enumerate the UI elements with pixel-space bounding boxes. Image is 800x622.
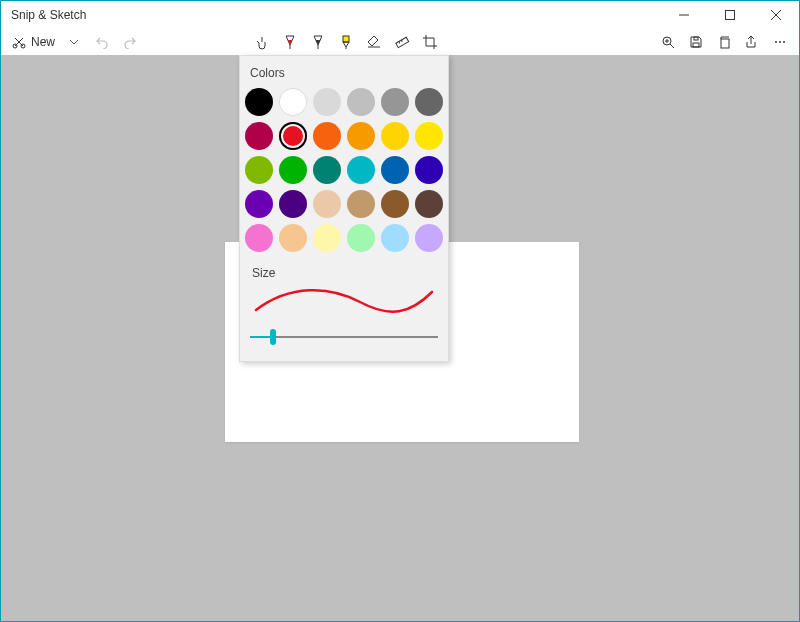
color-swatch[interactable] bbox=[415, 224, 443, 252]
new-snip-button[interactable]: New bbox=[7, 29, 59, 55]
svg-point-30 bbox=[779, 41, 781, 43]
undo-button[interactable] bbox=[89, 29, 115, 55]
title-bar: Snip & Sketch bbox=[1, 1, 799, 29]
toolbar: New bbox=[1, 29, 799, 55]
crop-button[interactable] bbox=[417, 29, 443, 55]
size-heading: Size bbox=[252, 266, 438, 280]
copy-button[interactable] bbox=[711, 29, 737, 55]
touch-writing-button[interactable] bbox=[249, 29, 275, 55]
color-swatch[interactable] bbox=[279, 88, 307, 116]
svg-line-22 bbox=[670, 44, 674, 48]
color-swatch[interactable] bbox=[279, 156, 307, 184]
color-swatch[interactable] bbox=[245, 88, 273, 116]
color-swatch[interactable] bbox=[245, 122, 273, 150]
eraser-icon bbox=[366, 35, 382, 49]
new-label: New bbox=[31, 35, 55, 49]
zoom-icon bbox=[661, 35, 675, 49]
workspace: Colors Size bbox=[1, 55, 799, 621]
pencil-button[interactable] bbox=[305, 29, 331, 55]
color-swatch[interactable] bbox=[347, 190, 375, 218]
maximize-button[interactable] bbox=[707, 1, 753, 29]
snip-icon bbox=[11, 34, 27, 50]
color-swatch[interactable] bbox=[415, 156, 443, 184]
zoom-button[interactable] bbox=[655, 29, 681, 55]
stroke-preview bbox=[250, 284, 438, 316]
color-swatch[interactable] bbox=[313, 190, 341, 218]
color-swatch[interactable] bbox=[347, 156, 375, 184]
window-title: Snip & Sketch bbox=[11, 8, 86, 22]
ruler-icon bbox=[394, 34, 410, 50]
color-swatch[interactable] bbox=[415, 122, 443, 150]
color-swatch-grid bbox=[250, 88, 438, 252]
ballpoint-pen-button[interactable] bbox=[277, 29, 303, 55]
color-swatch[interactable] bbox=[279, 224, 307, 252]
color-swatch[interactable] bbox=[381, 224, 409, 252]
color-swatch[interactable] bbox=[381, 156, 409, 184]
color-swatch[interactable] bbox=[381, 190, 409, 218]
color-swatch[interactable] bbox=[381, 88, 409, 116]
highlighter-button[interactable] bbox=[333, 29, 359, 55]
color-swatch[interactable] bbox=[313, 88, 341, 116]
svg-rect-27 bbox=[721, 39, 729, 48]
color-swatch[interactable] bbox=[313, 156, 341, 184]
size-slider[interactable] bbox=[250, 327, 438, 347]
save-icon bbox=[689, 35, 703, 49]
toolbar-left: New bbox=[7, 29, 143, 55]
app-window: Snip & Sketch New bbox=[0, 0, 800, 622]
svg-point-31 bbox=[783, 41, 785, 43]
copy-icon bbox=[717, 35, 731, 49]
minimize-button[interactable] bbox=[661, 1, 707, 29]
pen-settings-popup: Colors Size bbox=[239, 55, 449, 362]
colors-heading: Colors bbox=[250, 66, 438, 80]
redo-icon bbox=[123, 35, 137, 49]
color-swatch[interactable] bbox=[347, 88, 375, 116]
more-button[interactable] bbox=[767, 29, 793, 55]
toolbar-right bbox=[655, 29, 793, 55]
slider-track bbox=[250, 336, 438, 338]
svg-rect-18 bbox=[396, 37, 409, 47]
chevron-down-icon bbox=[69, 37, 79, 47]
color-swatch[interactable] bbox=[279, 122, 307, 150]
toolbar-center bbox=[249, 29, 443, 55]
new-dropdown-button[interactable] bbox=[61, 29, 87, 55]
color-swatch[interactable] bbox=[415, 190, 443, 218]
color-swatch[interactable] bbox=[313, 224, 341, 252]
slider-thumb[interactable] bbox=[270, 329, 276, 345]
svg-marker-15 bbox=[343, 42, 349, 47]
pen-icon bbox=[283, 34, 297, 50]
color-swatch[interactable] bbox=[347, 224, 375, 252]
color-swatch[interactable] bbox=[245, 224, 273, 252]
svg-rect-25 bbox=[693, 43, 699, 47]
svg-point-29 bbox=[775, 41, 777, 43]
svg-rect-1 bbox=[726, 10, 735, 19]
svg-rect-26 bbox=[694, 37, 698, 40]
color-swatch[interactable] bbox=[415, 88, 443, 116]
window-controls bbox=[661, 1, 799, 29]
share-button[interactable] bbox=[739, 29, 765, 55]
svg-rect-14 bbox=[343, 36, 349, 42]
ruler-button[interactable] bbox=[389, 29, 415, 55]
share-icon bbox=[745, 35, 759, 49]
save-button[interactable] bbox=[683, 29, 709, 55]
touch-icon bbox=[254, 34, 270, 50]
pencil-icon bbox=[311, 34, 325, 50]
color-swatch[interactable] bbox=[245, 190, 273, 218]
color-swatch[interactable] bbox=[279, 190, 307, 218]
redo-button[interactable] bbox=[117, 29, 143, 55]
crop-icon bbox=[422, 34, 438, 50]
color-swatch[interactable] bbox=[313, 122, 341, 150]
eraser-button[interactable] bbox=[361, 29, 387, 55]
color-swatch[interactable] bbox=[381, 122, 409, 150]
highlighter-icon bbox=[339, 34, 353, 50]
more-icon bbox=[773, 35, 787, 49]
color-swatch[interactable] bbox=[245, 156, 273, 184]
close-button[interactable] bbox=[753, 1, 799, 29]
undo-icon bbox=[95, 35, 109, 49]
color-swatch[interactable] bbox=[347, 122, 375, 150]
